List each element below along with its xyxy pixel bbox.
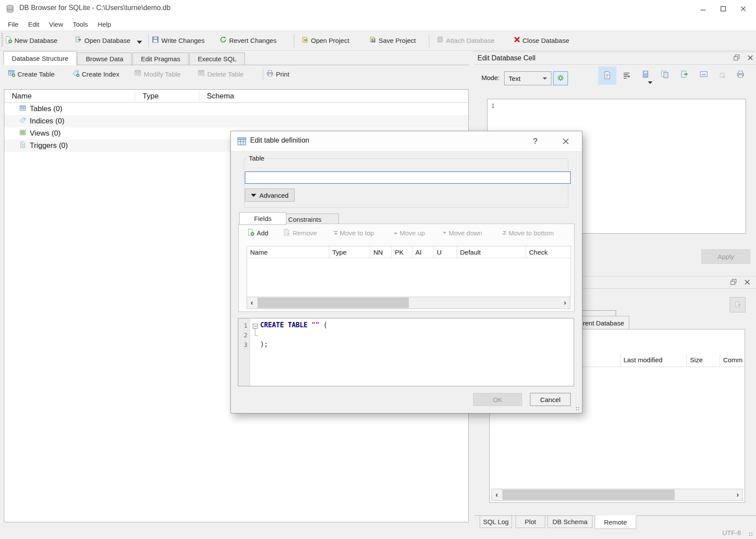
- open-database-button[interactable]: Open Database: [75, 31, 130, 49]
- menu-file[interactable]: File: [3, 18, 23, 31]
- open-database-dropdown-arrow[interactable]: [137, 41, 142, 44]
- move-to-bottom-button[interactable]: Move to bottom: [502, 226, 554, 240]
- grid-column-u[interactable]: U: [434, 246, 457, 258]
- table-name-input[interactable]: [245, 172, 571, 184]
- tree-row-tables[interactable]: Tables (0): [4, 103, 468, 115]
- word-wrap-button[interactable]: [621, 70, 632, 81]
- close-panel-icon[interactable]: [742, 279, 753, 286]
- close-database-button[interactable]: Close Database: [514, 31, 569, 49]
- open-in-app-button[interactable]: [698, 70, 709, 80]
- ok-button[interactable]: OK: [473, 393, 522, 406]
- export-data-button[interactable]: [679, 70, 690, 80]
- create-table-button[interactable]: Create Table: [8, 66, 55, 82]
- scroll-right-arrow[interactable]: ›: [560, 297, 570, 308]
- auto-detect-mode-button[interactable]: [553, 71, 568, 85]
- scrollbar-thumb[interactable]: [258, 298, 409, 308]
- dialog-resize-grip[interactable]: [575, 406, 580, 411]
- modify-table-button[interactable]: Modify Table: [134, 66, 181, 82]
- remote-column-commit[interactable]: Comm: [723, 356, 742, 364]
- tab-sql-log[interactable]: SQL Log: [480, 516, 512, 528]
- tab-browse-data[interactable]: Browse Data: [77, 52, 132, 65]
- minimize-button[interactable]: [693, 0, 713, 18]
- close-button[interactable]: [733, 0, 753, 18]
- maximize-button[interactable]: [713, 0, 733, 18]
- button-label: Move to top: [340, 229, 374, 237]
- add-field-button[interactable]: Add: [247, 226, 268, 240]
- delete-table-button[interactable]: Delete Table: [198, 66, 244, 82]
- menu-help[interactable]: Help: [93, 18, 116, 31]
- toolbar-grip[interactable]: [1, 33, 3, 47]
- print-cell-button[interactable]: [735, 70, 746, 80]
- menu-tools[interactable]: Tools: [68, 18, 93, 31]
- grid-column-check[interactable]: Check: [526, 246, 571, 258]
- tab-edit-pragmas[interactable]: Edit Pragmas: [132, 52, 188, 65]
- remote-column-size[interactable]: Size: [690, 356, 703, 364]
- tab-db-schema[interactable]: DB Schema: [547, 516, 592, 528]
- float-panel-icon[interactable]: [728, 279, 739, 287]
- tab-execute-sql[interactable]: Execute SQL: [189, 52, 244, 65]
- menu-view[interactable]: View: [44, 18, 68, 31]
- apply-button[interactable]: Apply: [701, 249, 750, 264]
- close-panel-icon[interactable]: [745, 55, 756, 62]
- window-resize-grip[interactable]: [749, 532, 753, 536]
- table-dialog-icon: [237, 136, 247, 147]
- move-up-button[interactable]: Move up: [394, 226, 425, 240]
- grid-column-nn[interactable]: NN: [370, 246, 392, 258]
- tree-column-type[interactable]: Type: [135, 90, 199, 102]
- grid-column-ai[interactable]: AI: [412, 246, 434, 258]
- tree-column-schema[interactable]: Schema: [199, 90, 468, 102]
- scroll-left-arrow[interactable]: ‹: [492, 489, 502, 500]
- encoding-status[interactable]: UTF-8: [722, 529, 741, 536]
- scrollbar-thumb[interactable]: [502, 490, 675, 500]
- dialog-help-button[interactable]: ?: [526, 135, 544, 148]
- import-data-button[interactable]: [641, 70, 651, 80]
- tree-column-name[interactable]: Name: [4, 90, 135, 102]
- remote-column-last-modified[interactable]: Last modified: [624, 356, 662, 364]
- copy-cell-button[interactable]: [659, 70, 670, 80]
- move-down-button[interactable]: Move down: [443, 226, 482, 240]
- modify-table-icon: [134, 70, 142, 78]
- float-panel-icon[interactable]: [731, 54, 742, 62]
- tree-row-label: Indices (0): [30, 117, 64, 126]
- fields-grid-scrollbar[interactable]: ‹ ›: [247, 297, 570, 309]
- cancel-button[interactable]: Cancel: [530, 393, 571, 406]
- advanced-toggle-button[interactable]: Advanced: [245, 189, 295, 202]
- print-button[interactable]: Print: [266, 66, 289, 82]
- grid-column-type[interactable]: Type: [329, 246, 370, 258]
- open-project-button[interactable]: Open Project: [301, 31, 349, 49]
- import-dropdown-arrow[interactable]: [648, 81, 652, 84]
- table-icon: [19, 105, 26, 114]
- scroll-right-arrow[interactable]: ›: [733, 489, 742, 500]
- attach-database-button[interactable]: Attach Database: [436, 31, 495, 49]
- dialog-titlebar[interactable]: Edit table definition ?: [231, 131, 582, 152]
- new-database-button[interactable]: New Database: [5, 31, 57, 49]
- write-changes-button[interactable]: Write Changes: [152, 31, 205, 49]
- tree-row-indices[interactable]: Indices (0): [4, 115, 468, 127]
- mode-select[interactable]: Text: [504, 71, 551, 85]
- dialog-close-button[interactable]: [557, 135, 575, 148]
- code-fold-icon[interactable]: [253, 324, 258, 329]
- tab-fields[interactable]: Fields: [239, 212, 286, 225]
- save-as-button[interactable]: [717, 70, 728, 81]
- move-to-top-button[interactable]: Move to top: [334, 226, 374, 240]
- tab-remote[interactable]: Remote: [595, 515, 636, 529]
- toolbar-button-label: Delete Table: [207, 70, 244, 78]
- menu-edit[interactable]: Edit: [23, 18, 44, 31]
- tab-plot[interactable]: Plot: [516, 516, 545, 528]
- create-index-button[interactable]: Create Index: [72, 66, 119, 82]
- text-view-mode-button[interactable]: [598, 66, 617, 85]
- remove-field-button[interactable]: Remove: [283, 226, 317, 240]
- remote-horizontal-scrollbar[interactable]: ‹ ›: [491, 489, 743, 501]
- add-icon: [247, 228, 254, 237]
- save-project-icon: [369, 36, 376, 45]
- save-project-button[interactable]: Save Project: [369, 31, 416, 49]
- tab-database-structure[interactable]: Database Structure: [3, 51, 77, 65]
- scroll-left-arrow[interactable]: ‹: [247, 297, 257, 308]
- revert-changes-button[interactable]: Revert Changes: [219, 31, 276, 49]
- remote-upload-button[interactable]: [730, 297, 746, 312]
- copy-icon: [661, 70, 669, 80]
- grid-column-name[interactable]: Name: [247, 246, 329, 258]
- grid-column-pk[interactable]: PK: [392, 246, 412, 258]
- grid-column-default[interactable]: Default: [457, 246, 526, 258]
- tree-row-label: Tables (0): [30, 105, 63, 113]
